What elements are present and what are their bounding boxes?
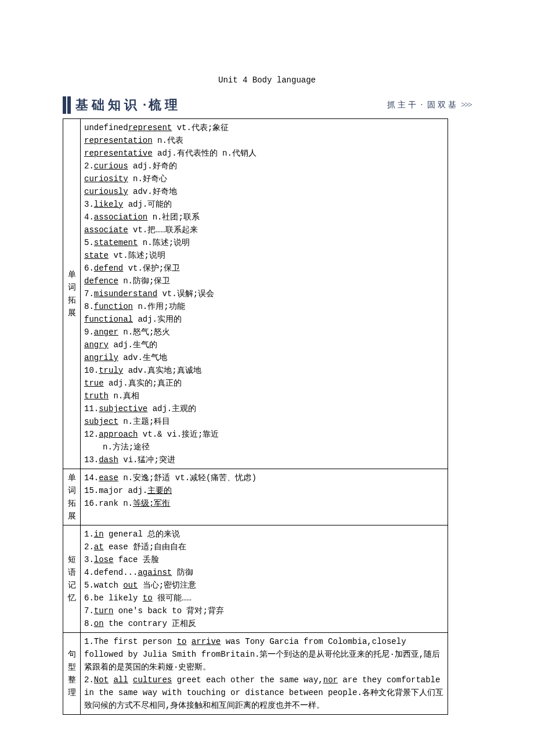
entry-line: 2.curious adj.好奇的: [84, 160, 444, 172]
entry-line: 10.truly adv.真实地;真诚地: [84, 364, 444, 377]
underlined-term: true: [84, 379, 104, 388]
underlined-term: subject: [84, 417, 118, 426]
row-label: 单词拓展: [63, 119, 81, 469]
underlined-term: dash: [99, 455, 118, 465]
row-label: 单词拓展: [63, 469, 81, 525]
underlined-term: approach: [99, 430, 138, 439]
entry-line: 2.Not all cultures greet each other the …: [84, 674, 444, 712]
content-table: 单词拓展undefinedrepresent vt.代表;象征represent…: [63, 118, 448, 715]
section-header-left: 基础知识·梳理: [63, 96, 181, 114]
dot-icon: ·: [421, 100, 425, 110]
entry-line: 2.at ease 舒适;自由自在: [84, 541, 444, 553]
entry-line: 16.rank n.等级;军衔: [84, 497, 444, 510]
underlined-term: on: [94, 619, 104, 628]
underlined-term: association: [94, 213, 147, 222]
table-row: 单词拓展undefinedrepresent vt.代表;象征represent…: [63, 119, 448, 469]
entry-line: 15.major adj.主要的: [84, 484, 444, 497]
underlined-term: to: [143, 593, 153, 603]
underlined-term: truth: [84, 391, 109, 401]
underlined-term: defend: [94, 264, 123, 273]
underlined-term: cultures: [133, 675, 172, 685]
underlined-term: anger: [94, 327, 118, 337]
section-header-row: 基础知识·梳理 抓主干 · 固双基 >>>: [63, 96, 471, 114]
entry-line: n.方法;途径: [84, 441, 444, 453]
underlined-term: 主要的: [147, 486, 172, 495]
entry-line: representation n.代表: [84, 134, 444, 147]
entry-line: truth n.真相: [84, 390, 444, 402]
section-header-title: 基础知识·梳理: [72, 96, 181, 114]
entry-line: 14.ease n.安逸;舒适 vt.减轻(痛苦、忧虑): [84, 471, 444, 484]
underlined-term: out: [123, 581, 138, 590]
header-right-a: 抓主干: [387, 100, 418, 110]
underlined-term: represent: [128, 123, 172, 132]
header-bar-icon: [63, 96, 66, 114]
row-content: undefinedrepresent vt.代表;象征representatio…: [81, 119, 448, 469]
entry-line: angrily adv.生气地: [84, 351, 444, 364]
entry-line: 3.likely adj.可能的: [84, 198, 444, 211]
underlined-term: representative: [84, 149, 153, 158]
underlined-term: arrive: [192, 637, 221, 646]
table-row: 短语记忆1.in general 总的来说2.at ease 舒适;自由自在3.…: [63, 525, 448, 633]
underlined-term: truly: [99, 366, 123, 375]
entry-line: associate vt.把……联系起来: [84, 224, 444, 236]
underlined-term: representation: [84, 136, 153, 145]
entry-line: 6.defend vt.保护;保卫: [84, 262, 444, 275]
arrows-icon: >>>: [461, 100, 471, 110]
underlined-term: ease: [99, 473, 118, 483]
underlined-term: angry: [84, 340, 109, 350]
entry-line: functional adj.实用的: [84, 313, 444, 326]
underlined-term: curious: [94, 161, 128, 171]
header-bar-icon: [67, 96, 71, 114]
entry-line: 13.dash vi.猛冲;突进: [84, 453, 444, 466]
underlined-term: associate: [84, 225, 128, 235]
entry-line: 3.lose face 丢脸: [84, 553, 444, 566]
underlined-term: defence: [84, 276, 118, 286]
underlined-term: curiosity: [84, 174, 128, 183]
table-row: 句型整理1.The first person to arrive was Ton…: [63, 633, 448, 715]
underlined-term: in: [94, 530, 104, 539]
entry-line: subject n.主题;科目: [84, 415, 444, 428]
entry-line: state vt.陈述;说明: [84, 249, 444, 262]
entry-line: 12.approach vt.& vi.接近;靠近: [84, 428, 444, 441]
underlined-term: lose: [94, 555, 114, 564]
unit-title: Unit 4 Body language: [63, 75, 471, 85]
entry-line: curiosity n.好奇心: [84, 172, 444, 185]
underlined-term: function: [94, 302, 133, 311]
entry-line: 7.misunderstand vt.误解;误会: [84, 287, 444, 300]
underlined-term: subjective: [99, 404, 147, 413]
row-content: 14.ease n.安逸;舒适 vt.减轻(痛苦、忧虑)15.major adj…: [81, 469, 448, 525]
row-label: 句型整理: [63, 633, 81, 715]
entry-line: 4.association n.社团;联系: [84, 211, 444, 224]
underlined-term: state: [84, 251, 109, 260]
header-right-b: 固双基: [427, 100, 459, 110]
entry-line: undefinedrepresent vt.代表;象征: [84, 121, 444, 134]
underlined-term: curiously: [84, 187, 128, 196]
underlined-term: at: [94, 542, 104, 552]
underlined-term: to: [177, 637, 187, 646]
entry-line: angry adj.生气的: [84, 339, 444, 351]
entry-line: 7.turn one's back to 背对;背弃: [84, 604, 444, 617]
entry-line: 5.statement n.陈述;说明: [84, 236, 444, 249]
underlined-term: statement: [94, 238, 138, 247]
underlined-term: against: [138, 568, 172, 577]
table-row: 单词拓展14.ease n.安逸;舒适 vt.减轻(痛苦、忧虑)15.major…: [63, 469, 448, 525]
entry-line: defence n.防御;保卫: [84, 275, 444, 287]
entry-line: 4.defend...against 防御: [84, 566, 444, 579]
underlined-term: functional: [84, 315, 133, 324]
entry-line: 8.function n.作用;功能: [84, 300, 444, 313]
header-left-a: 基础知识·梳理: [75, 96, 181, 114]
entry-line: 9.anger n.怒气;怒火: [84, 326, 444, 339]
row-label: 短语记忆: [63, 525, 81, 633]
underlined-term: nor: [323, 675, 338, 685]
underlined-term: angrily: [84, 353, 118, 362]
entry-line: 1.The first person to arrive was Tony Ga…: [84, 635, 444, 674]
underlined-term: turn: [94, 606, 114, 615]
entry-line: 5.watch out 当心;密切注意: [84, 579, 444, 592]
entry-line: 1.in general 总的来说: [84, 528, 444, 541]
section-header-right: 抓主干 · 固双基 >>>: [387, 100, 471, 110]
underlined-term: 等级;军衔: [133, 499, 170, 508]
entry-line: representative adj.有代表性的 n.代销人: [84, 147, 444, 160]
row-content: 1.The first person to arrive was Tony Ga…: [81, 633, 448, 715]
underlined-term: misunderstand: [94, 289, 157, 298]
row-content: 1.in general 总的来说2.at ease 舒适;自由自在3.lose…: [81, 525, 448, 633]
